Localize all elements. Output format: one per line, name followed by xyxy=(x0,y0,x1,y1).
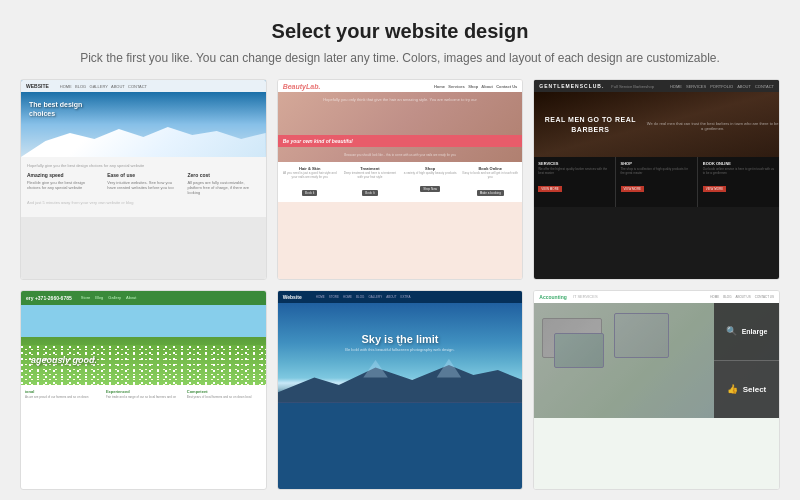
card-3-navlink-3: PORTFOLIO xyxy=(710,84,733,89)
card-4-feature-2-title: Experienced xyxy=(106,389,181,394)
card-6-bg: Accounting IT SERVICES HOME BLOG ABOUT U… xyxy=(534,291,779,490)
card-3-section-1-btn[interactable]: VIEW MORE xyxy=(538,186,562,192)
card-2-service-1: Hair & Skin All you need is just a good … xyxy=(282,166,338,198)
card-6-content: 🔍 Enlarge 👍 Select xyxy=(534,303,779,418)
card-2-service-2-text: Deep treatment and here is a treatment w… xyxy=(342,172,398,180)
card-3-section-1-title: SERVICES xyxy=(538,161,610,166)
card-5-bg: Website HOME STORE HOME BLOG GALLERY ABO… xyxy=(278,291,523,490)
card-3-section-3: BOOK ONLINE Our book online service is h… xyxy=(699,157,779,207)
card-5-sub-text: Be bold with this beautiful fullscreen p… xyxy=(345,347,454,352)
card-1-desc: Hopefully give you the best design choic… xyxy=(27,163,260,168)
card-5-navlink-6: ABOUT xyxy=(386,295,396,299)
card-2-service-2: Treatment Deep treatment and here is a t… xyxy=(342,166,398,198)
card-2-services: Hair & Skin All you need is just a good … xyxy=(278,162,523,202)
card-4-hero: ageously good. xyxy=(21,305,266,385)
card-4-feature-3: Competent Best years of local farmers an… xyxy=(187,389,262,399)
page-subtitle: Pick the first you like. You can change … xyxy=(80,49,720,67)
card-5-navlink-3: HOME xyxy=(343,295,352,299)
card-1-features: Amazing speed Flexible give you the best… xyxy=(27,172,260,196)
page-container: Select your website design Pick the firs… xyxy=(0,0,800,500)
card-3-section-1: SERVICES We offer the highest quality ba… xyxy=(534,157,615,207)
card-2-book-4[interactable]: Make a booking xyxy=(477,190,504,196)
card-4-feature-3-title: Competent xyxy=(187,389,262,394)
card-2-nav: BeautyLab. Home Services Shop About Cont… xyxy=(278,80,523,92)
card-4-feature-1-title: ional xyxy=(25,389,100,394)
card-5-navlinks: HOME STORE HOME BLOG GALLERY ABOUT EXTRA xyxy=(316,295,411,299)
design-card-4[interactable]: ery +371-2660-6785 Store Blog Gallery Ab… xyxy=(20,290,267,491)
card-1-feature-2: Ease of use Very intuitive websites. See… xyxy=(107,172,179,196)
card-1-hero: The best designchoices xyxy=(21,92,266,157)
card-3-section-2-btn[interactable]: VIEW MORE xyxy=(621,186,645,192)
card-1-feature-1: Amazing speed Flexible give you the best… xyxy=(27,172,99,196)
card-1-footer: And just 5 minutes away from your very o… xyxy=(27,200,260,205)
card-1-feature-3-text: All pages are fully customizable, platfo… xyxy=(187,180,259,196)
card-6-navlink-4: CONTACT US xyxy=(755,295,774,299)
card-3-section-2: SHOP The shop is a collection of high qu… xyxy=(617,157,698,207)
card-4-features: ional As we are proud of our farmers and… xyxy=(21,385,266,403)
thumbsup-icon: 👍 xyxy=(727,384,738,394)
card-3-navlink-2: SERVICES xyxy=(686,84,706,89)
card-3-section-3-text: Our book online service is here to get i… xyxy=(703,168,775,176)
card-2-service-1-text: All you need is just a good hair style a… xyxy=(282,172,338,180)
card-2-hero-overlay: Hopefully you only think that give the h… xyxy=(283,97,518,102)
card-1-feature-3-title: Zero cost xyxy=(187,172,259,178)
card-5-navlink-4: BLOG xyxy=(356,295,364,299)
card-1-feature-1-text: Flexible give you the best design choice… xyxy=(27,180,99,190)
card-1-bg: WEBSITE HOME BLOG GALLERY ABOUT CONTACT … xyxy=(21,80,266,279)
design-grid: WEBSITE HOME BLOG GALLERY ABOUT CONTACT … xyxy=(20,79,780,490)
enlarge-button[interactable]: 🔍 Enlarge xyxy=(714,303,779,360)
card-1-feature-3: Zero cost All pages are fully customizab… xyxy=(187,172,259,196)
card-5-navlink-1: HOME xyxy=(316,295,325,299)
card-4-nav: ery +371-2660-6785 Store Blog Gallery Ab… xyxy=(21,291,266,305)
card-6-action-buttons: 🔍 Enlarge 👍 Select xyxy=(714,303,779,418)
card-4-navlink-3: Gallery xyxy=(108,295,121,300)
card-3-section-1-text: We offer the highest quality barber serv… xyxy=(538,168,610,176)
card-4-feature-1: ional As we are proud of our farmers and… xyxy=(25,389,100,399)
design-card-2[interactable]: BeautyLab. Home Services Shop About Cont… xyxy=(277,79,524,280)
card-1-feature-2-title: Ease of use xyxy=(107,172,179,178)
card-4-navlinks: Store Blog Gallery About xyxy=(81,295,137,300)
search-icon: 🔍 xyxy=(726,326,737,336)
design-card-1[interactable]: WEBSITE HOME BLOG GALLERY ABOUT CONTACT … xyxy=(20,79,267,280)
card-3-section-3-btn[interactable]: VIEW MORE xyxy=(703,186,727,192)
card-3-bottom: SERVICES We offer the highest quality ba… xyxy=(534,157,779,207)
design-card-6[interactable]: Accounting IT SERVICES HOME BLOG ABOUT U… xyxy=(533,290,780,491)
card-2-bg: BeautyLab. Home Services Shop About Cont… xyxy=(278,80,523,279)
card-6-logo-sub: IT SERVICES xyxy=(573,294,598,299)
card-6-logo: Accounting xyxy=(539,294,567,300)
card-2-book-3[interactable]: Shop Now xyxy=(420,186,440,192)
card-4-feature-2-text: Fair trade and a range of our so local f… xyxy=(106,395,181,399)
card-3-navlink-5: CONTACT xyxy=(755,84,774,89)
card-4-feature-2: Experienced Fair trade and a range of ou… xyxy=(106,389,181,399)
card-1-logo: WEBSITE xyxy=(26,83,49,89)
card-4-feature-1-text: As we are proud of our farmers and so on… xyxy=(25,395,100,399)
card-6-navlink-3: ABOUT US xyxy=(735,295,750,299)
card-6-nav: Accounting IT SERVICES HOME BLOG ABOUT U… xyxy=(534,291,779,303)
card-1-feature-2-text: Very intuitive websites. See how you hav… xyxy=(107,180,179,190)
page-title: Select your website design xyxy=(80,20,720,43)
select-button[interactable]: 👍 Select xyxy=(714,360,779,418)
card-2-book-1[interactable]: Book It xyxy=(302,190,317,196)
card-3-navlink-4: ABOUT xyxy=(737,84,751,89)
card-2-hero-pretext: Hopefully you only think that give the h… xyxy=(283,97,518,102)
design-card-3[interactable]: GENTLEMENSCLUB. Full Service Barbershop … xyxy=(533,79,780,280)
card-3-bg: GENTLEMENSCLUB. Full Service Barbershop … xyxy=(534,80,779,279)
card-2-hero: Hopefully you only think that give the h… xyxy=(278,92,523,162)
card-4-navlink-4: About xyxy=(126,295,136,300)
card-5-navlink-2: STORE xyxy=(329,295,339,299)
card-4-feature-3-text: Best years of local farmers and so on do… xyxy=(187,395,262,399)
card-6-navlinks: HOME BLOG ABOUT US CONTACT US xyxy=(710,295,774,299)
card-1-nav: WEBSITE HOME BLOG GALLERY ABOUT CONTACT xyxy=(21,80,266,92)
card-3-nav: GENTLEMENSCLUB. Full Service Barbershop … xyxy=(534,80,779,92)
card-5-hero: Sky is the limit Be bold with this beaut… xyxy=(278,303,523,403)
card-2-book-2[interactable]: Book It xyxy=(362,190,377,196)
card-4-logo: ery +371-2660-6785 xyxy=(26,295,72,301)
card-3-logo: GENTLEMENSCLUB. xyxy=(539,83,604,89)
card-5-logo: Website xyxy=(283,294,302,300)
card-3-navlinks: HOME SERVICES PORTFOLIO ABOUT CONTACT xyxy=(670,84,774,89)
enlarge-label: Enlarge xyxy=(742,328,768,335)
card-3-hero-sub: We do real men that can trust the best b… xyxy=(646,121,779,131)
card-5-nav: Website HOME STORE HOME BLOG GALLERY ABO… xyxy=(278,291,523,303)
page-header: Select your website design Pick the firs… xyxy=(80,20,720,67)
design-card-5[interactable]: Website HOME STORE HOME BLOG GALLERY ABO… xyxy=(277,290,524,491)
